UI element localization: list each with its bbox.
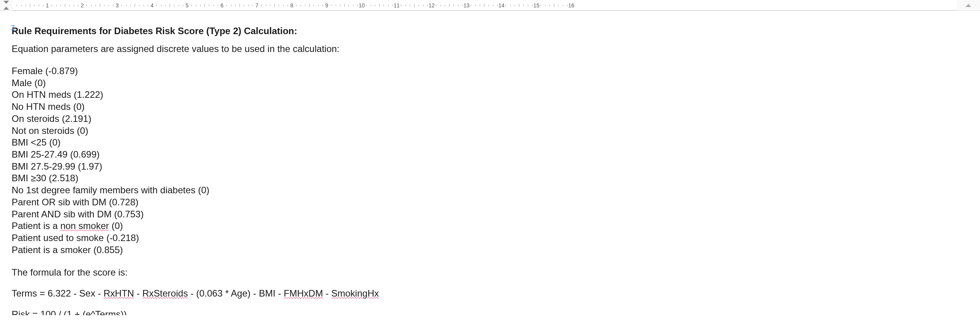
ruler-tick [226, 5, 227, 6]
intro-paragraph: Equation parameters are assigned discret… [12, 44, 980, 54]
ruler-tick [344, 4, 345, 7]
ruler-tick [34, 5, 35, 6]
ruler-number: 9 [325, 2, 328, 9]
ruler-number: 1 [46, 2, 49, 9]
ruler-tick [26, 5, 26, 6]
ruler-tick [95, 5, 96, 6]
ruler-tick [441, 5, 441, 6]
ruler-tick [523, 5, 524, 6]
ruler-tick [174, 5, 174, 6]
ruler-tick [558, 5, 559, 6]
ruler-tick [56, 5, 57, 6]
ruler-tick [318, 5, 319, 6]
ruler-tick [449, 4, 449, 7]
parameter-line: On steroids (2.191) [12, 113, 980, 125]
parameter-line: Not on steroids (0) [12, 125, 980, 137]
ruler-tick [323, 5, 323, 6]
parameter-line: Patient is a smoker (0.855) [12, 244, 980, 256]
ruler-tick [218, 5, 218, 6]
spellcheck-token: SmokingHx [331, 288, 379, 298]
parameter-line: On HTN meds (1.222) [12, 89, 980, 101]
ruler-tick [392, 5, 393, 6]
ruler-tick [130, 5, 131, 6]
ruler-tick [406, 5, 406, 6]
ruler-tick [253, 5, 253, 6]
text-prefix: Patient is a [12, 220, 60, 231]
parameter-line: Parent AND sib with DM (0.753) [12, 208, 980, 220]
ruler-tick [100, 4, 100, 7]
ruler-tick [484, 4, 484, 7]
ruler-tick [39, 5, 39, 6]
ruler-number: 8 [290, 2, 293, 9]
ruler-tick [183, 5, 183, 6]
ruler-tick [52, 5, 52, 6]
ruler-tick [196, 5, 196, 6]
ruler-left-margin-marker[interactable] [0, 0, 12, 10]
ruler-tick [87, 5, 87, 6]
ruler-tick [506, 5, 506, 6]
ruler-tick [379, 4, 380, 7]
ruler-tick [532, 5, 532, 6]
formula-terms: Terms = 6.322 - Sex - RxHTN - RxSteroids… [12, 289, 980, 298]
ruler-tick [78, 5, 78, 6]
horizontal-ruler: 12345678910111213141516 [0, 0, 980, 11]
ruler-tick [493, 5, 493, 6]
ruler-tick [401, 5, 401, 6]
ruler-tick [453, 5, 454, 6]
parameter-line: BMI ≥30 (2.518) [12, 172, 980, 184]
ruler-tick [305, 5, 305, 6]
parameter-line: Patient used to smoke (-0.218) [12, 232, 980, 244]
ruler-tick [554, 4, 554, 7]
parameter-line: Male (0) [12, 77, 980, 89]
ruler-tick [91, 5, 92, 6]
ruler-tick [427, 5, 428, 6]
ruler-tick [161, 5, 161, 6]
ruler-tick [309, 4, 310, 7]
ruler-number: 7 [255, 2, 258, 9]
ruler-tick [528, 5, 528, 6]
ruler-tick [357, 5, 358, 6]
ruler-tick [414, 4, 415, 7]
ruler-tick [30, 4, 30, 7]
ruler-tick [113, 5, 113, 6]
ruler-tick [475, 5, 476, 6]
ruler-tick [231, 5, 231, 6]
parameter-line: Female (-0.879) [12, 65, 980, 77]
text-suffix: (0) [109, 220, 123, 231]
ruler-number: 4 [151, 2, 154, 9]
ruler-tick [436, 5, 436, 6]
ruler-number: 3 [116, 2, 119, 9]
parameter-line: BMI 27.5-29.99 (1.97) [12, 161, 980, 173]
ruler-number: 12 [428, 2, 435, 9]
ruler-tick [567, 5, 567, 6]
ruler-number: 11 [394, 2, 400, 9]
ruler-number: 16 [568, 2, 574, 9]
ruler-tick [69, 5, 69, 6]
ruler-tick [366, 5, 366, 6]
ruler-tick [209, 5, 209, 6]
ruler-tick [248, 5, 249, 6]
ruler-tick [458, 5, 458, 6]
ruler-tick [74, 5, 74, 6]
ruler-tick [301, 5, 301, 6]
ruler-tick [349, 5, 349, 6]
ruler-tick [191, 5, 192, 6]
ruler-tick [288, 5, 288, 6]
ruler-tick [545, 5, 546, 6]
ruler-tick [144, 5, 144, 6]
ruler-tick [43, 5, 43, 6]
ruler-tick [213, 5, 214, 6]
ruler-tick [371, 5, 371, 6]
ruler-tick [550, 5, 550, 6]
ruler-track: 12345678910111213141516 [12, 0, 957, 10]
ruler-number: 13 [463, 2, 470, 9]
document-page[interactable]: Rule Requirements for Diabetes Risk Scor… [0, 11, 980, 315]
ruler-right-margin-marker[interactable] [957, 0, 980, 10]
ruler-tick [139, 5, 139, 6]
ruler-tick [179, 5, 179, 6]
ruler-tick [61, 5, 61, 6]
ruler-tick [541, 5, 541, 6]
ruler-tick [563, 5, 563, 6]
ruler-tick [205, 4, 205, 7]
parameter-line: No HTN meds (0) [12, 101, 980, 113]
